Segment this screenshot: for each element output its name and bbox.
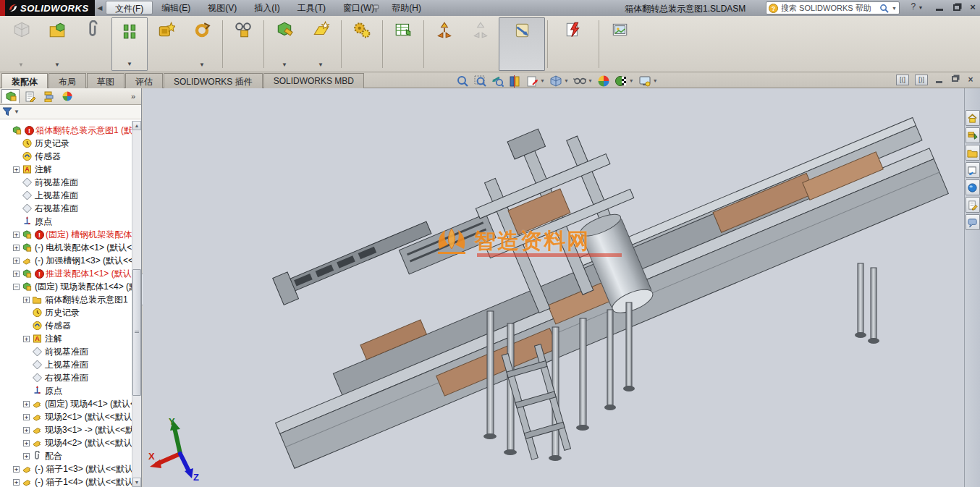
tree-row[interactable]: 前视基准面 <box>0 176 132 189</box>
previous-view-button[interactable] <box>489 74 505 88</box>
featuremanager-tab[interactable] <box>1 89 20 103</box>
window-close-button[interactable]: × <box>967 1 979 12</box>
tree-row[interactable]: +(-) 加强槽钢1<3> (默认<<默认 <box>0 254 132 267</box>
tree-row[interactable]: 右视基准面 <box>0 202 132 215</box>
edit-component-dropdown-icon[interactable]: ▼ <box>18 61 24 71</box>
expand-icon[interactable]: + <box>13 271 20 277</box>
expand-icon[interactable]: + <box>13 466 20 473</box>
move-component-dropdown-icon[interactable]: ▼ <box>199 61 205 71</box>
reference-geometry-button[interactable]: ▼ <box>303 17 339 71</box>
tree-row[interactable]: +现场2<1> (默认<<默认 <box>0 410 132 423</box>
collapse-icon[interactable]: − <box>13 284 20 290</box>
update-speedpak-button[interactable] <box>550 17 596 71</box>
custom-properties-button[interactable] <box>966 197 980 213</box>
display-style-button[interactable]: ▼ <box>548 74 570 88</box>
expand-icon[interactable]: + <box>23 440 30 446</box>
tree-row[interactable]: +(固定) 现场4<1> (默认<<默认 <box>0 397 132 410</box>
bom-button[interactable] <box>385 17 421 71</box>
tree-row[interactable]: +A注解 <box>0 163 132 176</box>
section-view-button[interactable] <box>507 74 523 88</box>
apply-scene-dropdown-icon[interactable]: ▼ <box>629 78 634 83</box>
scroll-up-button[interactable]: ▲ <box>132 121 141 130</box>
tree-filter-bar[interactable]: ▼ <box>0 105 141 119</box>
move-component-button[interactable]: ▼ <box>184 17 220 71</box>
window-minimize-button[interactable] <box>932 1 947 11</box>
pane-split-left-button[interactable]: [(] <box>896 75 909 85</box>
linear-pattern-button[interactable]: ▼ <box>111 17 148 71</box>
tab-评估[interactable]: 评估 <box>125 73 163 88</box>
tree-row[interactable]: 右视基准面 <box>0 371 132 384</box>
zoom-area-button[interactable] <box>472 74 488 88</box>
tree-row[interactable]: +现场3<1> -> (默认<<默认 <box>0 423 132 436</box>
tree-row[interactable]: 传感器 <box>0 150 132 163</box>
tree-row[interactable]: !箱体翻转总装示意图1 (默认 <box>0 124 132 137</box>
display-style-dropdown-icon[interactable]: ▼ <box>564 78 569 83</box>
take-snapshot-button[interactable] <box>601 17 638 71</box>
pin-icon[interactable] <box>371 2 382 14</box>
tree-row[interactable]: 传感器 <box>0 319 132 332</box>
graphics-viewport[interactable]: 智造资料网 X Y Z <box>143 88 964 487</box>
mate-button[interactable] <box>75 17 111 71</box>
motion-study-button[interactable] <box>344 17 380 71</box>
search-icon[interactable] <box>879 4 889 13</box>
tab-草图[interactable]: 草图 <box>87 73 124 88</box>
scroll-thumb[interactable] <box>132 269 141 396</box>
menu-collapse-icon[interactable]: ◀ <box>96 3 104 13</box>
apply-scene-button[interactable]: ▼ <box>613 74 635 88</box>
fm-tabs-overflow-button[interactable]: » <box>131 92 140 101</box>
expand-icon[interactable]: + <box>13 245 20 251</box>
tree-row[interactable]: 上视基准面 <box>0 189 132 202</box>
view-orientation-dropdown-icon[interactable]: ▼ <box>540 78 545 83</box>
expand-icon[interactable]: + <box>23 336 30 342</box>
tree-row[interactable]: 历史记录 <box>0 137 132 150</box>
exploded-view-button[interactable] <box>426 17 462 71</box>
view-orientation-button[interactable]: ▼ <box>524 74 546 88</box>
scroll-down-button[interactable]: ▼ <box>132 478 141 487</box>
tab-solidworks-mbd[interactable]: SOLIDWORKS MBD <box>263 73 364 88</box>
appearances-scenes-button[interactable] <box>966 179 980 195</box>
menu-3[interactable]: 视图(V) <box>199 1 245 14</box>
doc-close-button[interactable]: × <box>966 75 976 85</box>
reference-geometry-dropdown-icon[interactable]: ▼ <box>318 61 324 71</box>
show-hidden-button[interactable] <box>225 17 261 71</box>
tree-row[interactable]: +A注解 <box>0 332 132 345</box>
tree-row[interactable]: 前视基准面 <box>0 345 132 358</box>
propertymanager-tab[interactable] <box>20 89 38 103</box>
insert-component-dropdown-icon[interactable]: ▼ <box>54 61 60 71</box>
tree-row[interactable]: +!推进装配体1<1> (默认<<默认 <box>0 267 132 280</box>
expand-icon[interactable]: + <box>13 258 20 264</box>
view-settings-button[interactable]: ▼ <box>637 74 659 88</box>
tree-row[interactable]: +箱体翻转总装示意图1 <box>0 293 132 306</box>
expand-icon[interactable]: + <box>23 297 30 303</box>
displaymanager-tab[interactable] <box>58 89 76 103</box>
pane-split-right-button[interactable]: [)] <box>915 75 928 85</box>
resources-home-button[interactable] <box>966 110 980 126</box>
expand-icon[interactable]: + <box>23 401 30 407</box>
window-restore-button[interactable] <box>950 1 964 11</box>
forum-button[interactable] <box>966 214 980 230</box>
expand-icon[interactable]: + <box>23 414 30 420</box>
tab-装配体[interactable]: 装配体 <box>1 73 48 88</box>
search-dropdown-icon[interactable]: ▼ <box>892 6 897 11</box>
menu-1[interactable]: 文件(F) <box>106 1 153 14</box>
search-box[interactable]: ? 搜索 SOLIDWORKS 帮助 ▼ <box>766 1 900 14</box>
expand-icon[interactable]: + <box>13 166 20 173</box>
hide-show-items-button[interactable]: ▼ <box>572 74 594 88</box>
filter-dropdown-icon[interactable]: ▼ <box>14 109 20 115</box>
edit-appearance-button[interactable] <box>596 74 612 88</box>
tree-row[interactable]: 历史记录 <box>0 306 132 319</box>
doc-restore-button[interactable] <box>950 75 960 85</box>
design-library-button[interactable] <box>966 127 980 143</box>
tree-row[interactable]: +(-) 电机装配体<1> (默认<<默认 <box>0 241 132 254</box>
help-button[interactable]: ? ▼ <box>909 1 925 12</box>
menu-4[interactable]: 插入(I) <box>245 1 288 14</box>
instant3d-button[interactable] <box>499 17 545 71</box>
assembly-features-button[interactable]: ▼ <box>266 17 303 71</box>
expand-icon[interactable]: + <box>23 427 30 433</box>
smart-fasteners-button[interactable] <box>148 17 184 71</box>
tree-row[interactable]: 上视基准面 <box>0 358 132 371</box>
linear-pattern-dropdown-icon[interactable]: ▼ <box>127 60 132 70</box>
tree-row[interactable]: 原点 <box>0 384 132 397</box>
menu-7[interactable]: 帮助(H) <box>383 1 430 14</box>
tab-solidworks-插件[interactable]: SOLIDWORKS 插件 <box>164 73 263 88</box>
